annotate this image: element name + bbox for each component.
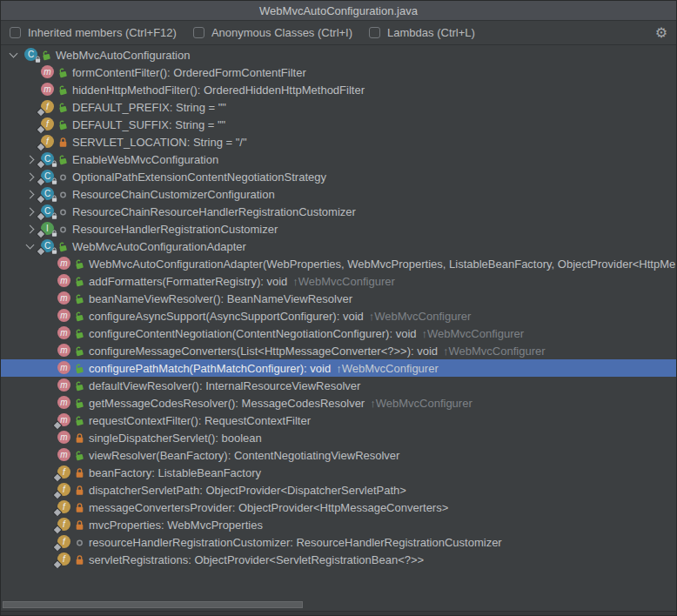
- public-unlock-icon: [57, 84, 68, 96]
- tree-row[interactable]: fresourceHandlerRegistrationCustomizer: …: [1, 533, 676, 551]
- chevron-slot: [24, 226, 41, 232]
- member-label: singleDispatcherServlet(): boolean: [89, 432, 262, 445]
- tree-row[interactable]: IResourceHandlerRegistrationCustomizer: [1, 220, 676, 238]
- public-unlock-icon: [57, 241, 68, 252]
- tree-row[interactable]: fDEFAULT_PREFIX: String = "": [1, 98, 676, 116]
- public-unlock-icon: [74, 293, 84, 305]
- tree-row[interactable]: fDEFAULT_SUFFIX: String = "": [1, 116, 676, 133]
- member-label: messageConvertersProvider: ObjectProvide…: [89, 501, 448, 514]
- tree-row[interactable]: mhiddenHttpMethodFilter(): OrderedHidden…: [1, 81, 676, 98]
- private-lock-icon: [74, 432, 84, 444]
- tree-row[interactable]: mviewResolver(BeanFactory): ContentNegot…: [1, 446, 676, 464]
- tree-row[interactable]: fservletRegistrations: ObjectProvider<Se…: [1, 551, 676, 568]
- tree-row[interactable]: CWebMvcAutoConfiguration: [1, 46, 676, 64]
- tree-row[interactable]: mformContentFilter(): OrderedFormContent…: [1, 64, 676, 81]
- tree-row[interactable]: mconfigureAsyncSupport(AsyncSupportConfi…: [1, 307, 676, 325]
- member-label: configureContentNegotiation(ContentNegot…: [89, 327, 417, 340]
- tree-row[interactable]: CWebMvcAutoConfigurationAdapter: [1, 238, 676, 255]
- tree-row[interactable]: fdispatcherServletPath: ObjectProvider<D…: [1, 481, 676, 499]
- tree-row[interactable]: mWebMvcAutoConfigurationAdapter(WebPrope…: [1, 255, 676, 272]
- public-unlock-icon: [41, 50, 51, 61]
- public-unlock-icon: [74, 363, 84, 374]
- method-icon: m: [57, 344, 71, 358]
- method-icon: m: [57, 396, 71, 410]
- inherited-from-label: ↑WebMvcConfigurer: [422, 327, 525, 340]
- inherited-from-label: ↑WebMvcConfigurer: [370, 397, 473, 410]
- checkbox-lambdas[interactable]: Lambdas (Ctrl+L): [369, 26, 475, 39]
- tree-row[interactable]: mconfigureContentNegotiation(ContentNego…: [1, 325, 676, 342]
- tree-row[interactable]: COptionalPathExtensionContentNegotiation…: [1, 168, 676, 185]
- tree-row[interactable]: mbeanNameViewResolver(): BeanNameViewRes…: [1, 290, 676, 307]
- field-icon: f: [57, 518, 71, 532]
- member-label: formContentFilter(): OrderedFormContentF…: [72, 66, 306, 79]
- tree-row[interactable]: mrequestContextFilter(): RequestContextF…: [1, 412, 676, 429]
- structure-tree: CWebMvcAutoConfigurationmformContentFilt…: [1, 45, 676, 599]
- checkbox-box-icon: [193, 27, 204, 38]
- final-mark-icon: [51, 230, 57, 238]
- checkbox-box-icon: [10, 27, 21, 38]
- field-icon: f: [57, 483, 71, 497]
- tree-row[interactable]: maddFormatters(FormatterRegistry): void↑…: [1, 272, 676, 290]
- member-label: mvcProperties: WebMvcProperties: [89, 519, 263, 532]
- member-label: ResourceChainCustomizerConfiguration: [72, 188, 275, 201]
- checkbox-anonymous-classes[interactable]: Anonymous Classes (Ctrl+I): [193, 26, 352, 39]
- method-icon: m: [57, 291, 71, 305]
- final-mark-icon: [51, 160, 57, 168]
- class-icon: C: [24, 48, 38, 62]
- toolbar: Inherited members (Ctrl+F12) Anonymous C…: [1, 21, 676, 45]
- chevron-slot: [24, 244, 41, 248]
- public-unlock-icon: [74, 276, 84, 287]
- tree-row[interactable]: fmessageConvertersProvider: ObjectProvid…: [1, 499, 676, 516]
- method-icon: m: [41, 65, 55, 79]
- final-mark-icon: [51, 177, 57, 185]
- chevron-down-icon[interactable]: [10, 50, 18, 58]
- window-title: WebMvcAutoConfiguration.java: [259, 4, 418, 17]
- method-icon: m: [57, 378, 71, 392]
- tree-row[interactable]: msingleDispatcherServlet(): boolean: [1, 429, 676, 446]
- method-icon: m: [57, 326, 71, 340]
- gear-icon[interactable]: ⚙: [655, 26, 667, 40]
- checkbox-label: Inherited members (Ctrl+F12): [28, 26, 177, 39]
- chevron-slot: [24, 174, 41, 180]
- chevron-right-icon[interactable]: [26, 155, 35, 164]
- tree-row[interactable]: CResourceChainResourceHandlerRegistratio…: [1, 203, 676, 220]
- public-unlock-icon: [57, 119, 68, 131]
- member-label: ResourceHandlerRegistrationCustomizer: [72, 223, 278, 236]
- member-label: requestContextFilter(): RequestContextFi…: [89, 414, 311, 427]
- final-mark-icon: [35, 56, 41, 64]
- tree-row[interactable]: mconfigureMessageConverters(List<HttpMes…: [1, 342, 676, 359]
- tree-row[interactable]: CEnableWebMvcConfiguration: [1, 151, 676, 168]
- checkbox-inherited-members[interactable]: Inherited members (Ctrl+F12): [10, 26, 177, 39]
- chevron-right-icon[interactable]: [26, 190, 35, 198]
- public-unlock-icon: [74, 398, 84, 409]
- horizontal-scrollbar[interactable]: [1, 599, 676, 611]
- final-mark-icon: [51, 212, 57, 220]
- tree-row[interactable]: fSERVLET_LOCATION: String = "/": [1, 133, 676, 151]
- tree-row[interactable]: mconfigurePathMatch(PathMatchConfigurer)…: [1, 359, 676, 377]
- member-label: WebMvcAutoConfigurationAdapter: [72, 240, 246, 253]
- chevron-right-icon[interactable]: [26, 172, 35, 181]
- tree-row[interactable]: CResourceChainCustomizerConfiguration: [1, 185, 676, 203]
- tree-row[interactable]: fmvcProperties: WebMvcProperties: [1, 516, 676, 533]
- chevron-right-icon[interactable]: [26, 224, 35, 233]
- private-lock-icon: [74, 502, 84, 513]
- field-icon: f: [41, 100, 55, 114]
- chevron-down-icon[interactable]: [26, 241, 35, 250]
- method-icon: m: [57, 309, 71, 323]
- method-icon: m: [57, 413, 71, 427]
- private-lock-icon: [74, 554, 84, 566]
- tree-row[interactable]: mgetMessageCodesResolver(): MessageCodes…: [1, 394, 676, 412]
- member-label: EnableWebMvcConfiguration: [72, 153, 218, 166]
- package-private-icon: [57, 171, 68, 183]
- tree-row[interactable]: mdefaultViewResolver(): InternalResource…: [1, 377, 676, 394]
- member-label: OptionalPathExtensionContentNegotiationS…: [72, 171, 326, 184]
- checkbox-box-icon: [369, 27, 380, 38]
- member-label: addFormatters(FormatterRegistry): void: [89, 275, 287, 288]
- field-icon: f: [41, 117, 55, 131]
- chevron-right-icon[interactable]: [26, 207, 35, 216]
- scrollbar-thumb[interactable]: [3, 601, 303, 608]
- method-icon: m: [57, 448, 71, 462]
- tree-row[interactable]: fbeanFactory: ListableBeanFactory: [1, 464, 676, 481]
- member-label: SERVLET_LOCATION: String = "/": [72, 136, 247, 149]
- field-icon: f: [57, 500, 71, 514]
